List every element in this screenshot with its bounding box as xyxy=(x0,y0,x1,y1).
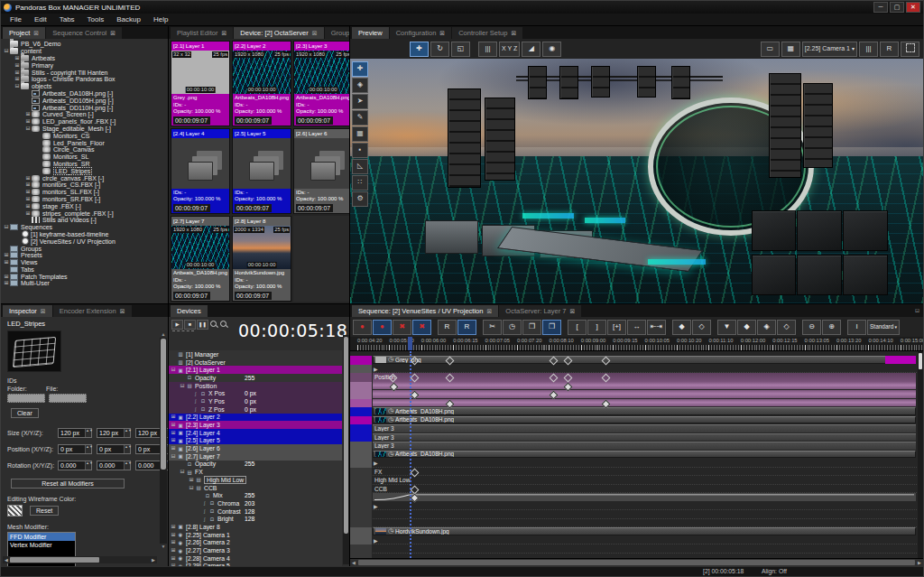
expander-icon[interactable]: ⊞ xyxy=(170,430,177,436)
inspector-vscrollbar[interactable]: ▲ ▼ xyxy=(160,331,167,550)
track-row[interactable] xyxy=(350,399,923,408)
expander-icon[interactable]: ⊞ xyxy=(24,118,32,125)
device-row[interactable]: ⊟▣[2.1] Layer 1 xyxy=(169,366,342,374)
expander-icon[interactable]: ⊞ xyxy=(14,70,21,76)
preview-viewport[interactable]: ✚◈➤✎▦▪◺∷⚙ xyxy=(350,59,923,303)
tree-item[interactable]: Tabs xyxy=(1,266,168,274)
expander-icon[interactable]: ⊞ xyxy=(24,175,32,181)
insert-time-button[interactable]: [+] xyxy=(607,320,626,335)
curves-button[interactable]: ◢ xyxy=(522,42,541,57)
zoom-out-icon[interactable] xyxy=(219,320,228,329)
device-row[interactable]: ∫⊡X Pos0 px xyxy=(169,389,342,397)
reset-color-button[interactable]: Reset xyxy=(30,506,59,516)
device-row[interactable]: ⊡Opacity255 xyxy=(169,374,342,382)
playhead-line[interactable] xyxy=(410,351,411,558)
expander-icon[interactable]: ⊞ xyxy=(24,196,32,202)
expander-icon[interactable]: ⊞ xyxy=(24,181,32,188)
layer-cell[interactable]: [2.6] Layer 6IDs: -Opacity: 100.000 %00:… xyxy=(293,128,349,214)
sequence-tab-0[interactable]: Sequence: [2] VenueSites / UV Projection… xyxy=(352,305,498,317)
expander-icon[interactable]: ⊞ xyxy=(170,414,177,420)
scroll-thumb[interactable] xyxy=(344,337,348,534)
expander-icon[interactable]: ⊟ xyxy=(179,469,186,475)
layer-cell[interactable]: [2.8] Layer 82000 x 133425 fps00:00:10:0… xyxy=(232,216,291,302)
track-row[interactable] xyxy=(350,382,923,391)
track-row[interactable] xyxy=(350,510,923,519)
track-row[interactable]: ◷Artbeats_DA108H.png xyxy=(350,416,923,425)
sequence-tab-1[interactable]: OctaServer: Layer 7⊠ xyxy=(499,305,581,317)
expander-icon[interactable]: ⊞ xyxy=(3,280,10,286)
cue-pause-button[interactable]: ◆ xyxy=(737,320,756,335)
tree-item[interactable]: ⊞stripes_complete .FBX [-] xyxy=(1,209,168,217)
expander-icon[interactable]: ⊞ xyxy=(24,203,32,209)
track-row[interactable]: Layer 3 xyxy=(350,424,923,433)
expander-icon[interactable]: ⊟ xyxy=(24,126,32,132)
fullscreen-button[interactable] xyxy=(901,42,919,57)
close-tab-icon[interactable]: ⊠ xyxy=(486,308,492,314)
track-row[interactable]: ◷Artbeats_DA108H.png xyxy=(350,407,923,416)
device-row[interactable]: ⊞▣[2.2] Layer 2 xyxy=(169,414,342,422)
expander-icon[interactable]: ⊞ xyxy=(170,445,177,451)
reset-view-button[interactable]: R xyxy=(880,42,899,57)
rail-pointer-button[interactable]: ➤ xyxy=(352,94,368,109)
track-row[interactable]: FX xyxy=(350,468,923,477)
sequence-vscrollbar[interactable] xyxy=(918,351,923,558)
track-row[interactable]: Layer 3 xyxy=(350,433,923,442)
pause-button[interactable]: ❚❚ xyxy=(197,320,208,330)
tree-item[interactable]: ⊞Views xyxy=(1,259,168,266)
device-row[interactable]: ∫⊡Contrast128 xyxy=(169,507,342,516)
layer-cell[interactable]: [2.3] Layer 31920 x 108025 fps00:00:10:0… xyxy=(293,41,349,126)
tree-item[interactable]: ⊞Curved_Screen [-] xyxy=(1,111,168,118)
device-row[interactable]: ⊞▤High Mid Low xyxy=(169,476,342,484)
move-time-button[interactable]: ↔ xyxy=(627,320,646,335)
scroll-thumb[interactable] xyxy=(919,353,922,369)
expander-icon[interactable]: ⊟ xyxy=(3,224,10,230)
expander-icon[interactable]: ⊞ xyxy=(14,76,21,82)
device-tab-0[interactable]: Playlist Editor⊠ xyxy=(171,27,233,39)
scroll-thumb[interactable] xyxy=(10,557,99,563)
move-tool-button[interactable]: ✚ xyxy=(410,42,429,57)
track-row[interactable] xyxy=(350,390,923,399)
title-bar[interactable]: Pandoras Box MANAGER UNLIMITED ─ ▢ ✕ xyxy=(1,1,923,14)
expander-icon[interactable]: ⊞ xyxy=(14,62,21,69)
scroll-up-icon[interactable]: ▲ xyxy=(160,331,167,338)
device-row[interactable]: ⊞▣[2.5] Layer 5 xyxy=(169,437,342,445)
menu-tools[interactable]: Tools xyxy=(82,14,110,24)
mark-in-button[interactable]: [ xyxy=(568,320,587,335)
multi-view-button[interactable]: ▦ xyxy=(781,42,800,57)
device-row[interactable]: ⊞▣[2.3] Layer 3 xyxy=(169,421,342,429)
cue-play-button[interactable]: ▼ xyxy=(717,320,736,335)
layer-cell[interactable]: [2.7] Layer 71920 x 108025 fps00:00:10:0… xyxy=(171,216,230,302)
device-row[interactable]: ⊞▣[2.4] Layer 4 xyxy=(169,429,342,437)
project-tab-0[interactable]: Project⊠ xyxy=(3,27,45,39)
menu-edit[interactable]: Edit xyxy=(29,14,52,24)
tree-item[interactable]: ⊞LED_panels_floor .FBX [-] xyxy=(1,118,168,126)
display-toggle-button[interactable]: ▭ xyxy=(761,42,780,57)
close-tab-icon[interactable]: ⊠ xyxy=(33,30,39,36)
inspector-tab-1[interactable]: Encoder Extension⊠ xyxy=(53,305,132,317)
rail-settings-button[interactable]: ⚙ xyxy=(352,191,368,207)
expander-icon[interactable]: ⊞ xyxy=(3,274,10,280)
project-tree[interactable]: PB_V6_Demo⊟content⊞Artbeats⊞Primary⊞Stil… xyxy=(1,39,168,303)
track-row[interactable]: ▶ xyxy=(350,502,923,511)
wait-mode-button[interactable]: I xyxy=(847,320,866,335)
close-tab-icon[interactable]: ⊠ xyxy=(221,30,226,36)
clear-active-button[interactable]: ✖ xyxy=(393,320,411,335)
track-row[interactable]: ◷Grey .png xyxy=(350,356,923,365)
panel-options-icon[interactable]: ⊡ xyxy=(913,305,921,317)
tree-item[interactable]: ⊞monitors_SL.FBX [-] xyxy=(1,189,168,196)
clip-bar[interactable]: ◷Artbeats_DA108H.png xyxy=(373,407,916,415)
rail-snap-button[interactable]: ∷ xyxy=(352,175,368,191)
tree-item[interactable]: ⊟content xyxy=(1,48,168,55)
add-keyframes-button[interactable]: ◆ xyxy=(672,320,691,335)
tree-item[interactable]: ⊞Artbeats xyxy=(1,55,168,62)
scroll-thumb[interactable] xyxy=(161,339,166,470)
tree-item[interactable]: ⊞Presets xyxy=(1,252,168,259)
tree-item[interactable]: LED_Stripes xyxy=(1,167,168,174)
track-row[interactable]: Layer 3 xyxy=(350,442,923,451)
rail-object-button[interactable]: ▦ xyxy=(352,126,368,142)
menu-backup[interactable]: Backup xyxy=(111,14,146,24)
close-tab-icon[interactable]: ⊠ xyxy=(312,30,318,36)
reset-all-button[interactable]: R xyxy=(457,320,476,335)
tree-item[interactable]: Artbeats_DD110H.png [-] xyxy=(1,104,168,111)
clip-bar[interactable]: ◷Artbeats_DA108H.png xyxy=(373,451,916,459)
